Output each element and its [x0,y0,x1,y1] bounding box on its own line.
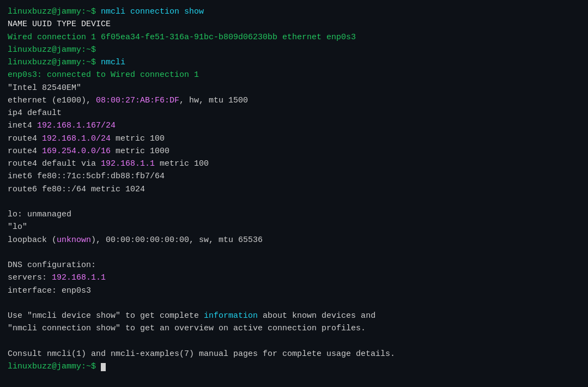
terminal-line: enp0s3: connected to Wired connection 1 [8,69,580,81]
terminal-line: route4 default via 192.168.1.1 metric 10… [8,158,580,170]
terminal-line [8,246,580,259]
terminal-line: ethernet (e1000), 08:00:27:AB:F6:DF, hw,… [8,94,580,107]
prompt: linuxbuzz@jammy:~$ [8,362,101,371]
terminal-line: "nmcli connection show" to get an overvi… [8,322,580,335]
pre-text: route4 default via [8,159,101,168]
prompt: linuxbuzz@jammy:~$ [8,45,96,55]
terminal-line: NAME UUID TYPE DEVICE [8,18,580,31]
terminal-content: linuxbuzz@jammy:~$ nmcli connection show… [8,5,580,373]
plain-text: DNS configuration: [8,261,96,270]
terminal-line: "Intel 82540EM" [8,82,580,94]
pre-text: inet4 [8,121,37,130]
lo-text: lo: unmanaged [8,210,71,219]
info-highlight: information [204,311,258,321]
terminal-line: inet6 fe80::71c:5cbf:db88:fb7/64 [8,170,580,183]
terminal-line: DNS configuration: [8,259,580,271]
highlight-text: unknown [57,235,91,245]
pre-text: ethernet (e1000), [8,96,96,105]
pre-text: route4 [8,147,42,156]
terminal-line [8,297,580,310]
terminal-line: interface: enp0s3 [8,285,580,297]
prompt: linuxbuzz@jammy:~$ [8,7,101,16]
terminal-line: "lo" [8,221,580,233]
plain-text: interface: enp0s3 [8,286,91,295]
conn-type: ethernet [282,33,326,42]
post-text: ), 00:00:00:00:00:00, sw, mtu 65536 [91,235,263,245]
conn-name: Wired connection 1 [8,33,101,42]
command: nmcli [101,58,125,67]
terminal-line: route4 192.168.1.0/24 metric 100 [8,132,580,145]
pre-text: loopback ( [8,235,57,245]
terminal-line: lo: unmanaged [8,208,580,221]
terminal-line: route6 fe80::/64 metric 1024 [8,183,580,196]
plain-text: Consult nmcli(1) and nmcli-examples(7) m… [8,349,395,359]
terminal-line [8,335,580,348]
conn-device: enp0s3 [326,33,356,42]
plain-text: "nmcli connection show" to get an overvi… [8,324,366,333]
terminal-line [8,196,580,208]
command: nmcli connection show [101,7,204,16]
terminal-line: linuxbuzz@jammy:~$ [8,360,580,373]
terminal-line: route4 169.254.0.0/16 metric 1000 [8,145,580,158]
terminal-line: Consult nmcli(1) and nmcli-examples(7) m… [8,348,580,360]
plain-text: "Intel 82540EM" [8,83,81,93]
terminal-line: inet4 192.168.1.167/24 [8,119,580,132]
plain-text: "lo" [8,222,27,232]
pre-text: route4 [8,134,42,143]
terminal-line: Wired connection 1 6f05ea34-fe51-316a-91… [8,31,580,44]
post-text: metric 1000 [111,147,169,156]
header-text: NAME UUID TYPE DEVICE [8,20,111,29]
terminal-line: ip4 default [8,107,580,119]
terminal-line: linuxbuzz@jammy:~$ nmcli [8,56,580,69]
highlight-text: 169.254.0.0/16 [42,147,111,156]
terminal: linuxbuzz@jammy:~$ nmcli connection show… [8,5,580,373]
prompt: linuxbuzz@jammy:~$ [8,58,101,67]
terminal-line: loopback (unknown), 00:00:00:00:00:00, s… [8,234,580,246]
post-text: about known devices and [258,311,375,321]
plain-text: route6 fe80::/64 metric 1024 [8,185,145,194]
terminal-line: linuxbuzz@jammy:~$ nmcli connection show [8,5,580,18]
highlight-text: 192.168.1.167/24 [37,121,116,130]
post-text: metric 100 [111,134,165,143]
terminal-line: servers: 192.168.1.1 [8,271,580,284]
post-text: metric 100 [155,159,209,168]
pre-text: Use "nmcli device show" to get complete [8,311,204,321]
terminal-line: linuxbuzz@jammy:~$ [8,44,580,56]
highlight-text: 192.168.1.0/24 [42,134,111,143]
plain-text: inet6 fe80::71c:5cbf:db88:fb7/64 [8,172,165,181]
plain-text: ip4 default [8,108,62,118]
pre-text: servers: [8,273,52,282]
highlight-text: 192.168.1.1 [101,159,155,168]
connected-text: enp0s3: connected to Wired connection 1 [8,70,199,80]
post-text: , hw, mtu 1500 [179,96,248,105]
highlight-text: 192.168.1.1 [52,273,106,282]
conn-uuid: 6f05ea34-fe51-316a-91bc-b809d06230bb [101,33,282,42]
highlight-text: 08:00:27:AB:F6:DF [96,96,179,105]
cursor [101,363,106,371]
terminal-line: Use "nmcli device show" to get complete … [8,310,580,322]
